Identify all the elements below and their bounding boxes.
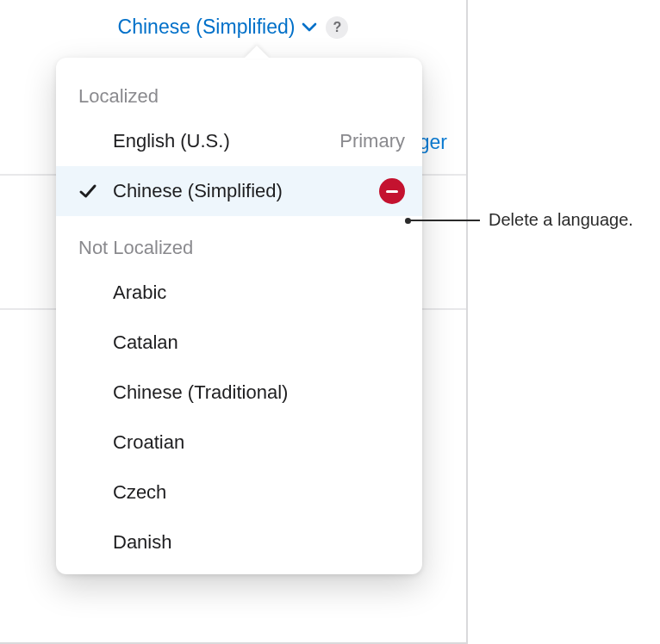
language-item-chinese-simplified[interactable]: Chinese (Simplified) <box>56 166 422 216</box>
language-item-label: English (U.S.) <box>113 130 339 152</box>
help-icon: ? <box>333 20 342 35</box>
language-item-label: Croatian <box>113 431 405 454</box>
primary-badge: Primary <box>339 130 405 152</box>
language-item-label: Danish <box>113 531 405 554</box>
content-panel: Chinese (Simplified) ? ger Localized Eng… <box>0 0 468 644</box>
language-item-label: Arabic <box>113 282 405 304</box>
callout-text: Delete a language. <box>489 210 633 230</box>
language-item-catalan[interactable]: Catalan <box>56 318 422 368</box>
language-selector[interactable]: Chinese (Simplified) <box>118 15 318 39</box>
language-item-label: Catalan <box>113 331 405 354</box>
check-icon <box>78 182 97 201</box>
language-item-croatian[interactable]: Croatian <box>56 418 422 468</box>
spacer <box>56 216 422 233</box>
language-item-label: Chinese (Simplified) <box>113 180 379 202</box>
language-item-arabic[interactable]: Arabic <box>56 268 422 318</box>
language-item-label: Czech <box>113 481 405 504</box>
section-label-not-localized: Not Localized <box>56 233 422 268</box>
section-label-localized: Localized <box>56 82 422 116</box>
language-item-chinese-traditional[interactable]: Chinese (Traditional) <box>56 368 422 418</box>
language-item-danish[interactable]: Danish <box>56 517 422 567</box>
language-item-czech[interactable]: Czech <box>56 468 422 517</box>
language-item-english-us[interactable]: English (U.S.) Primary <box>56 116 422 166</box>
chevron-down-icon <box>302 22 317 33</box>
background-link-fragment[interactable]: ger <box>419 131 447 154</box>
language-popover: Localized English (U.S.) Primary Chinese… <box>56 58 422 574</box>
language-selector-label: Chinese (Simplified) <box>118 15 296 39</box>
top-bar: Chinese (Simplified) ? <box>0 15 466 39</box>
language-item-label: Chinese (Traditional) <box>113 381 405 404</box>
minus-icon <box>386 190 398 193</box>
delete-language-button[interactable] <box>379 178 405 204</box>
help-button[interactable]: ? <box>326 16 348 39</box>
gutter <box>78 182 113 201</box>
